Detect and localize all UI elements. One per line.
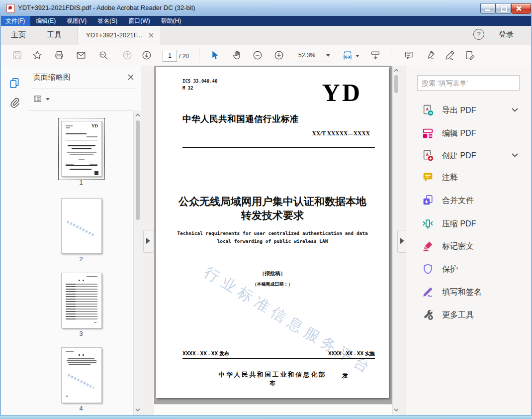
minimize-button[interactable]	[480, 3, 496, 14]
previous-page-icon[interactable]	[122, 50, 133, 61]
tool-label: 保护	[442, 264, 458, 275]
chevron-down-icon	[46, 98, 50, 101]
tool-edit-pdf[interactable]: 编辑 PDF	[406, 126, 532, 141]
tool-label: 标记密文	[442, 241, 474, 252]
protect-shield-icon	[422, 263, 434, 275]
zoom-in-icon[interactable]	[273, 50, 284, 61]
tab-close-icon[interactable]	[149, 33, 154, 38]
thumbnail-page-2[interactable]	[61, 198, 102, 254]
tool-protect[interactable]: 保护	[406, 262, 532, 277]
zoom-level-dropdown[interactable]: 52.3%	[295, 50, 332, 62]
edit-document-icon[interactable]	[464, 50, 475, 61]
tool-label: 填写和签名	[442, 287, 482, 298]
more-tools-wrench-icon	[422, 309, 434, 321]
pdf-page[interactable]: ICS 33.040.40 M 32 YD 中华人民共和国通信行业标准 XX/T…	[156, 67, 389, 398]
select-tool-icon[interactable]	[209, 50, 220, 61]
tab-home[interactable]: 主页	[11, 30, 26, 40]
thumbnails-panel: 页面缩略图 YD 1	[28, 66, 141, 415]
tool-redact[interactable]: 标记密文	[406, 239, 532, 254]
scroll-up-icon[interactable]	[135, 113, 140, 117]
scrollbar-thumb[interactable]	[136, 120, 140, 220]
close-button[interactable]	[511, 3, 531, 14]
highlight-tool-icon[interactable]	[425, 50, 436, 61]
menu-window[interactable]: 窗口(W)	[123, 16, 155, 26]
sign-in-button[interactable]: 登录	[499, 30, 514, 39]
menu-edit[interactable]: 编辑(E)	[30, 16, 61, 26]
window-title: YDT+3921-2021FDIS.pdf - Adobe Acrobat Re…	[18, 4, 195, 11]
tool-label: 导出 PDF	[442, 105, 476, 116]
fill-sign-icon	[422, 286, 434, 298]
classification-code: M 32	[182, 86, 193, 91]
tool-export-pdf[interactable]: 导出 PDF	[406, 103, 532, 118]
help-icon[interactable]: ?	[473, 29, 484, 40]
tab-document-label: YDT+3921-2021F...	[86, 31, 142, 39]
thumbnail-page-1[interactable]: YD	[61, 121, 102, 177]
page-scrolling-icon[interactable]	[370, 50, 381, 61]
zoom-out-icon[interactable]	[252, 50, 263, 61]
publisher: 中华人民共和国工业和信息化部	[156, 371, 389, 379]
yd-logo: YD	[277, 80, 362, 105]
chevron-down-icon	[326, 54, 330, 57]
tools-search-input[interactable]	[417, 75, 520, 91]
fill-sign-tool-icon[interactable]	[444, 50, 455, 61]
menu-file[interactable]: 文件(F)	[0, 16, 30, 26]
window-border	[0, 415, 532, 419]
title-bar[interactable]: YDT+3921-2021FDIS.pdf - Adobe Acrobat Re…	[0, 0, 532, 16]
thumbnail-options-button[interactable]	[33, 94, 53, 105]
fit-width-icon[interactable]	[342, 50, 353, 61]
ics-code: ICS 33.040.40	[182, 79, 217, 84]
menu-view[interactable]: 视图(V)	[61, 16, 92, 26]
thumbnail-page-number: 1	[61, 179, 101, 186]
document-subtitle-line2: local forwarding of public wireless LAN	[156, 238, 389, 244]
page-thumbnails-rail-icon[interactable]	[8, 77, 21, 90]
implement-date: XXXX - XX - XX 实施	[282, 350, 375, 357]
next-page-icon[interactable]	[141, 50, 152, 61]
watermark-text: 行业标准信息服务平台	[200, 262, 377, 380]
chevron-down-icon[interactable]	[511, 107, 519, 112]
tool-label: 注释	[442, 173, 458, 183]
chevron-down-icon[interactable]	[511, 153, 519, 158]
tool-label: 编辑 PDF	[442, 128, 476, 139]
search-icon[interactable]	[98, 50, 109, 61]
hand-tool-icon[interactable]	[232, 50, 243, 61]
collapse-left-panel-button[interactable]	[143, 230, 154, 253]
thumbnail-page-3[interactable]	[61, 273, 102, 328]
export-pdf-icon	[422, 104, 434, 116]
tool-compress-pdf[interactable]: 压缩 PDF	[406, 216, 532, 231]
tab-document[interactable]: YDT+3921-2021F...	[77, 26, 161, 45]
tool-comment[interactable]: 注释	[406, 170, 532, 185]
document-title-line2: 转发技术要求	[156, 209, 389, 222]
maximize-button[interactable]	[496, 3, 511, 14]
save-icon[interactable]	[12, 50, 23, 61]
menu-bar: 文件(F) 编辑(E) 视图(V) 签名(S) 窗口(W) 帮助(H)	[0, 16, 532, 26]
attachments-rail-icon[interactable]	[8, 97, 20, 108]
scroll-down-icon[interactable]	[394, 408, 399, 412]
tool-combine-files[interactable]: 合并文件	[406, 193, 532, 208]
tool-create-pdf[interactable]: 创建 PDF	[406, 148, 532, 163]
tool-more-tools[interactable]: 更多工具	[406, 308, 532, 322]
scroll-up-icon[interactable]	[394, 69, 399, 72]
menu-sign[interactable]: 签名(S)	[92, 16, 123, 26]
tool-fill-sign[interactable]: 填写和签名	[406, 285, 532, 300]
standard-header: 中华人民共和国通信行业标准	[182, 113, 299, 125]
fit-options-chevron-icon[interactable]	[355, 55, 359, 57]
thumbnail-page-4[interactable]	[61, 347, 102, 403]
document-subtitle-line1: Technical requirements for user centrali…	[156, 230, 389, 236]
email-icon[interactable]	[76, 50, 87, 61]
create-pdf-icon	[422, 149, 434, 162]
thumbnails-scrollbar[interactable]	[133, 110, 142, 415]
scroll-down-icon[interactable]	[135, 408, 140, 412]
star-icon[interactable]	[32, 50, 43, 61]
combine-files-icon	[422, 194, 434, 207]
scrollbar-thumb[interactable]	[394, 75, 398, 93]
print-icon[interactable]	[54, 50, 65, 61]
comment-tool-icon[interactable]	[404, 50, 415, 61]
thumbnail-page-number: 2	[61, 255, 101, 263]
page-number-input[interactable]: 1	[163, 50, 177, 62]
draft-note: （报批稿）	[156, 270, 389, 277]
menu-help[interactable]: 帮助(H)	[156, 16, 187, 26]
panel-close-icon[interactable]	[127, 74, 134, 81]
comment-icon	[422, 171, 434, 184]
horizontal-scrollbar[interactable]	[154, 404, 399, 415]
tab-tools[interactable]: 工具	[47, 30, 62, 40]
